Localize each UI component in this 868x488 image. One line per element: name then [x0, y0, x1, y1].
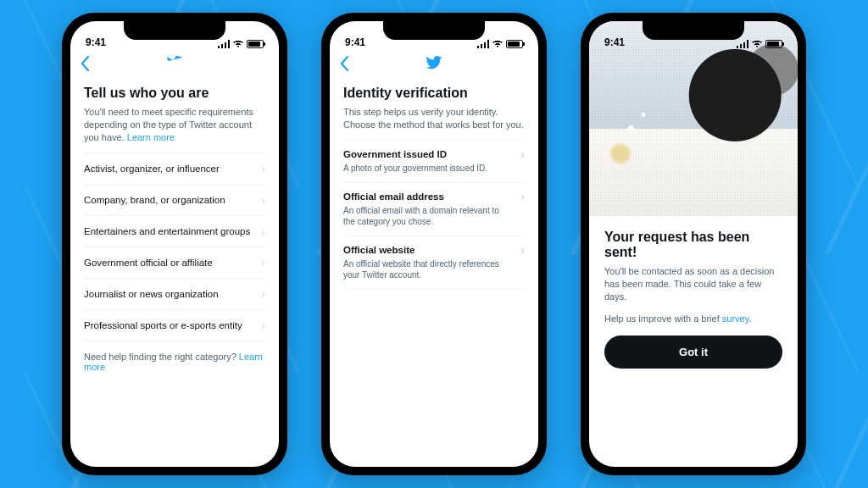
- option-desc: An official website that directly refere…: [343, 258, 525, 280]
- screen-2: 9:41 Identity verification This step hel…: [330, 21, 538, 467]
- category-row[interactable]: Journalist or news organization›: [84, 279, 265, 310]
- signal-icon: [218, 40, 230, 48]
- page-title: Your request has been sent!: [604, 230, 782, 260]
- signal-icon: [737, 40, 748, 48]
- phone-frame-1: 9:41 Tell us who you are You'll need to …: [62, 13, 287, 475]
- category-row[interactable]: Entertainers and entertainment groups›: [84, 216, 265, 247]
- screen-1: 9:41 Tell us who you are You'll need to …: [70, 21, 279, 467]
- wifi-icon: [751, 41, 763, 47]
- category-label: Entertainers and entertainment groups: [84, 226, 250, 236]
- chevron-right-icon: ›: [520, 190, 525, 203]
- help-text: Need help finding the right category? Le…: [84, 352, 265, 372]
- content-area: Tell us who you are You'll need to meet …: [70, 79, 279, 467]
- option-title: Official email address: [343, 191, 444, 202]
- status-indicators: [737, 40, 782, 48]
- survey-text: Help us improve with a brief survey.: [604, 313, 782, 324]
- phone-frame-3: 9:41 Your request has been sent! You'll …: [581, 13, 806, 475]
- option-row[interactable]: Government issued ID› A photo of your go…: [343, 140, 525, 183]
- status-time: 9:41: [86, 36, 106, 48]
- learn-more-link[interactable]: Learn more: [127, 132, 175, 142]
- screen-3: 9:41 Your request has been sent! You'll …: [589, 21, 798, 467]
- page-subtitle: This step helps us verify your identity.…: [343, 106, 525, 131]
- chevron-left-icon: [340, 56, 349, 71]
- content-area: Identity verification This step helps us…: [330, 79, 538, 467]
- wifi-icon: [492, 41, 504, 47]
- nav-bar: [330, 50, 538, 79]
- hero-illustration: [589, 21, 798, 216]
- category-label: Company, brand, or organization: [84, 195, 225, 205]
- option-title: Official website: [343, 245, 415, 255]
- category-label: Government official or affiliate: [84, 258, 213, 268]
- twitter-logo-icon: [166, 56, 183, 73]
- category-row[interactable]: Government official or affiliate›: [84, 247, 265, 279]
- page-title: Identity verification: [343, 86, 525, 101]
- category-list: Activist, organizer, or influencer› Comp…: [84, 152, 265, 341]
- category-row[interactable]: Company, brand, or organization›: [84, 185, 265, 216]
- option-title: Government issued ID: [343, 149, 447, 159]
- status-indicators: [477, 40, 523, 48]
- battery-icon: [765, 40, 782, 48]
- chevron-right-icon: ›: [261, 287, 265, 301]
- category-label: Activist, organizer, or influencer: [84, 164, 220, 174]
- back-button[interactable]: [340, 56, 349, 74]
- got-it-button[interactable]: Got it: [604, 336, 782, 369]
- battery-icon: [247, 40, 264, 48]
- category-label: Journalist or news organization: [84, 289, 219, 299]
- chevron-right-icon: ›: [261, 319, 265, 332]
- option-desc: An official email with a domain relevant…: [343, 205, 525, 227]
- back-button[interactable]: [81, 56, 90, 74]
- survey-link[interactable]: survey: [722, 313, 749, 324]
- notch: [643, 21, 744, 40]
- option-row[interactable]: Official email address› An official emai…: [343, 183, 525, 236]
- chevron-right-icon: ›: [261, 162, 265, 175]
- category-row[interactable]: Professional sports or e-sports entity›: [84, 310, 265, 341]
- phone-frame-2: 9:41 Identity verification This step hel…: [321, 13, 547, 475]
- status-indicators: [218, 40, 264, 48]
- signal-icon: [477, 40, 489, 48]
- content-area: Your request has been sent! You'll be co…: [589, 216, 798, 369]
- notch: [383, 21, 485, 40]
- nav-bar: [70, 50, 279, 79]
- status-time: 9:41: [345, 36, 365, 48]
- twitter-logo-icon: [426, 56, 442, 73]
- wifi-icon: [232, 41, 244, 47]
- chevron-right-icon: ›: [520, 243, 525, 257]
- page-subtitle: You'll be contacted as soon as a decisio…: [604, 265, 782, 303]
- chevron-right-icon: ›: [261, 193, 265, 207]
- category-row[interactable]: Activist, organizer, or influencer›: [84, 152, 265, 185]
- battery-icon: [506, 40, 523, 48]
- page-title: Tell us who you are: [84, 86, 265, 101]
- chevron-left-icon: [81, 56, 90, 71]
- notch: [124, 21, 225, 40]
- chevron-right-icon: ›: [261, 225, 265, 238]
- category-label: Professional sports or e-sports entity: [84, 320, 242, 330]
- status-time: 9:41: [604, 36, 625, 48]
- page-subtitle: You'll need to meet specific requirement…: [84, 106, 265, 144]
- chevron-right-icon: ›: [520, 147, 525, 161]
- chevron-right-icon: ›: [261, 256, 265, 269]
- option-row[interactable]: Official website› An official website th…: [343, 236, 525, 290]
- verification-options: Government issued ID› A photo of your go…: [343, 140, 525, 290]
- option-desc: A photo of your government issued ID.: [343, 163, 525, 174]
